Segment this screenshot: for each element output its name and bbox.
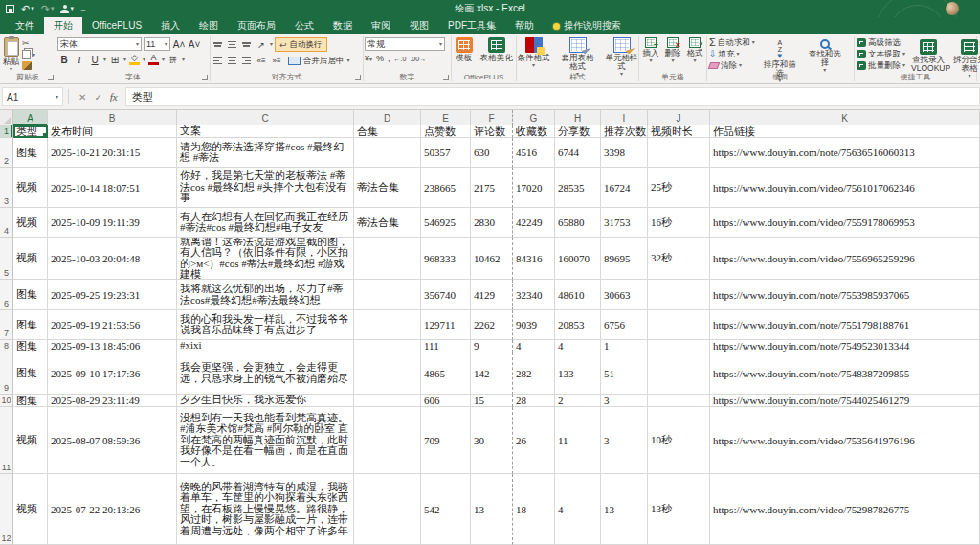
cell-C8[interactable]: #xixi	[177, 340, 354, 352]
tab-数据[interactable]: 数据	[323, 17, 362, 34]
cell-J4[interactable]: 16秒	[648, 208, 710, 238]
tab-视图[interactable]: 视图	[400, 17, 438, 34]
insert-cells-button[interactable]: + 插入 ▾	[641, 35, 661, 65]
cell-I11[interactable]: 3	[601, 407, 648, 474]
tell-me-search[interactable]: 操作说明搜索	[544, 17, 631, 34]
cell-J12[interactable]: 13秒	[648, 474, 710, 545]
borders-button[interactable]: ⊞	[108, 53, 122, 66]
cell-E10[interactable]: 606	[421, 395, 471, 407]
column-header-A[interactable]: A	[13, 110, 48, 125]
cell-J5[interactable]: 32秒	[648, 238, 710, 280]
cell-A3[interactable]: 视频	[13, 168, 48, 208]
cell-H3[interactable]: 28535	[555, 168, 601, 208]
merge-center-button[interactable]: 合并后居中 ▾	[285, 54, 353, 68]
cell-J1[interactable]: 视频时长	[648, 125, 710, 138]
cell-D8[interactable]	[354, 340, 421, 352]
cell-F5[interactable]: 10462	[471, 238, 513, 280]
cell-D5[interactable]	[354, 238, 421, 280]
cell-G8[interactable]: 4	[513, 340, 555, 352]
cell-C5[interactable]: 就离谱！这蒂法说是游戏里截的图，有人信吗？（依旧条件有限，小区拍的>м<）#co…	[177, 238, 354, 280]
column-header-K[interactable]: K	[710, 110, 980, 125]
cell-H4[interactable]: 65880	[555, 208, 601, 238]
cell-E1[interactable]: 点赞数	[421, 125, 471, 138]
fill-color-button[interactable]: ◇	[128, 53, 141, 66]
account-avatar[interactable]	[946, 2, 959, 15]
confirm-entry-button[interactable]: ✓	[94, 92, 101, 102]
column-header-B[interactable]: B	[48, 110, 177, 125]
cell-I2[interactable]: 3398	[601, 138, 648, 168]
row-header-6[interactable]: 6	[0, 280, 13, 310]
text-extract-button[interactable]: 文本提取▾	[857, 49, 905, 58]
cell-B2[interactable]: 2025-10-21 20:31:15	[48, 138, 177, 168]
cell-C6[interactable]: 我将就这么忧郁的出场，尽力了#蒂法cos#最终幻想#蒂法最终幻想	[177, 280, 354, 310]
row-header-4[interactable]: 4	[0, 208, 13, 238]
tab-OfficePLUS[interactable]: OfficePLUS	[82, 17, 151, 34]
align-left-button[interactable]	[212, 56, 224, 66]
cell-I9[interactable]: 51	[601, 352, 648, 395]
row-header-10[interactable]: 10	[0, 395, 13, 407]
cell-J10[interactable]	[648, 395, 710, 407]
cell-B9[interactable]: 2025-09-10 17:17:36	[48, 352, 177, 395]
cell-E5[interactable]: 968333	[421, 238, 471, 280]
cell-D6[interactable]	[354, 280, 421, 310]
column-header-G[interactable]: G	[513, 110, 555, 125]
insert-function-button[interactable]: fx	[110, 91, 118, 102]
tab-帮助[interactable]: 帮助	[505, 17, 544, 34]
cell-B5[interactable]: 2025-10-03 20:04:48	[48, 238, 177, 280]
tab-插入[interactable]: 插入	[151, 17, 189, 34]
font-name-select[interactable]: 宋体▾	[57, 37, 142, 51]
cell-D7[interactable]	[354, 310, 421, 340]
cell-B10[interactable]: 2025-08-29 23:11:49	[48, 395, 177, 407]
cell-A1[interactable]: 类型	[13, 125, 48, 138]
cell-C2[interactable]: 请为您的蒂法选择穿搭#cos #最终幻想 #蒂法	[177, 138, 354, 168]
cell-K5[interactable]: https://www.douyin.com/video/75569652592…	[710, 238, 980, 280]
cell-K10[interactable]: https://www.douyin.com/note/754402546127…	[710, 395, 980, 407]
cell-E11[interactable]: 709	[421, 407, 471, 474]
column-header-F[interactable]: F	[471, 110, 513, 125]
name-box[interactable]: A1 ▾	[2, 87, 63, 106]
cell-D1[interactable]: 合集	[354, 125, 421, 138]
tab-公式[interactable]: 公式	[285, 17, 323, 34]
cell-A9[interactable]: 图集	[13, 352, 48, 395]
row-header-1[interactable]: 1	[0, 125, 13, 138]
clipboard-dialog-launcher[interactable]	[48, 75, 54, 80]
cell-B7[interactable]: 2025-09-19 21:53:56	[48, 310, 177, 340]
advanced-filter-button[interactable]: 高级筛选	[857, 37, 905, 47]
cell-K9[interactable]: https://www.douyin.com/note/754838720985…	[710, 352, 980, 395]
row-header-11[interactable]: 11	[0, 407, 13, 474]
cell-D11[interactable]	[354, 407, 421, 474]
cell-H11[interactable]: 11	[555, 407, 601, 474]
cell-F2[interactable]: 630	[471, 138, 513, 168]
cell-A10[interactable]: 图集	[13, 395, 48, 407]
cell-I7[interactable]: 6756	[601, 310, 648, 340]
cell-A5[interactable]: 视频	[13, 238, 48, 280]
align-bottom-button[interactable]	[240, 39, 253, 50]
cell-K8[interactable]: https://www.douyin.com/note/754952301334…	[710, 340, 980, 352]
cell-I12[interactable]: 13	[601, 474, 648, 545]
column-header-J[interactable]: J	[648, 110, 710, 125]
template-button[interactable]: 模板	[454, 35, 475, 64]
cell-G1[interactable]: 收藏数	[513, 125, 555, 138]
find-select-button[interactable]: 查找和选择 ▾	[804, 37, 846, 75]
fill-button[interactable]: ⇩填充▾	[709, 49, 755, 58]
increase-indent-button[interactable]: »≡	[270, 55, 283, 68]
format-cells-button[interactable]: * 格式 ▾	[685, 35, 705, 65]
cell-H2[interactable]: 6744	[555, 138, 601, 168]
row-header-5[interactable]: 5	[0, 238, 13, 280]
cell-G4[interactable]: 42249	[513, 208, 555, 238]
cell-H6[interactable]: 48610	[555, 280, 601, 310]
select-all-corner[interactable]	[0, 110, 13, 125]
cell-J2[interactable]	[648, 138, 710, 168]
cell-G2[interactable]: 4516	[513, 138, 555, 168]
cell-K2[interactable]: https://www.douyin.com/note/756365160603…	[710, 138, 980, 168]
cell-E3[interactable]: 238665	[421, 168, 471, 208]
align-top-button[interactable]	[212, 39, 224, 50]
cell-F11[interactable]: 30	[471, 407, 513, 474]
cell-A4[interactable]: 视频	[13, 208, 48, 238]
italic-button[interactable]: I	[73, 53, 86, 66]
number-dialog-launcher[interactable]	[443, 75, 449, 80]
cell-E9[interactable]: 4865	[421, 352, 471, 395]
cell-K7[interactable]: https://www.douyin.com/note/755179818876…	[710, 310, 980, 340]
cell-K3[interactable]: https://www.douyin.com/video/75610170623…	[710, 168, 980, 208]
clear-button[interactable]: 清除▾	[709, 60, 755, 70]
